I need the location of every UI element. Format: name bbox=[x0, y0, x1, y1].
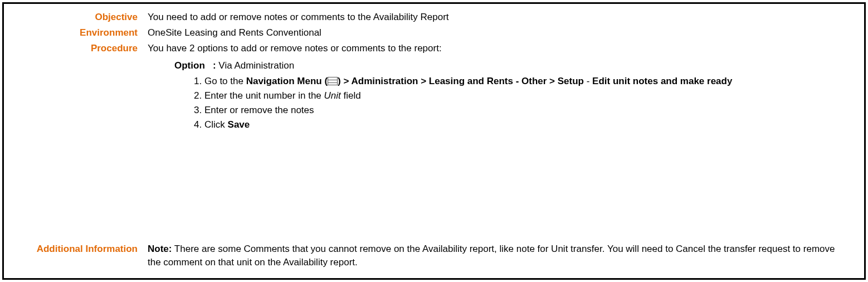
label-objective: Objective bbox=[15, 11, 148, 24]
step-1-nav3: Edit unit notes and make ready bbox=[592, 76, 732, 86]
document-frame: Objective You need to add or remove note… bbox=[2, 2, 866, 280]
hamburger-menu-icon bbox=[328, 77, 338, 85]
row-procedure: Procedure You have 2 options to add or r… bbox=[15, 42, 853, 133]
spacer bbox=[15, 134, 853, 242]
value-procedure: You have 2 options to add or remove note… bbox=[148, 42, 853, 133]
step-1-nav1: Navigation Menu ( bbox=[246, 76, 328, 86]
step-1-dash: - bbox=[584, 76, 592, 86]
step-3: Enter or remove the notes bbox=[204, 104, 847, 117]
option-heading: Option : Via Administration bbox=[174, 59, 847, 72]
option-title-text: Via Administration bbox=[218, 60, 294, 71]
step-1: Go to the Navigation Menu () > Administr… bbox=[204, 75, 847, 88]
label-additional-info: Additional Information bbox=[15, 242, 148, 256]
step-4: Click Save bbox=[204, 118, 847, 132]
row-additional-info: Additional Information Note: There are s… bbox=[15, 242, 853, 269]
step-4-btn: Save bbox=[228, 119, 250, 130]
value-environment: OneSite Leasing and Rents Conventional bbox=[148, 26, 853, 40]
option-steps: Go to the Navigation Menu () > Administr… bbox=[204, 75, 847, 131]
note-label: Note: bbox=[148, 244, 172, 254]
value-additional-info: Note: There are some Comments that you c… bbox=[148, 242, 853, 269]
label-procedure: Procedure bbox=[15, 42, 148, 55]
option-colon: : bbox=[213, 60, 216, 71]
option-block: Option : Via Administration Go to the Na… bbox=[174, 59, 847, 131]
step-2-pre: Enter the unit number in the bbox=[204, 90, 324, 101]
value-objective: You need to add or remove notes or comme… bbox=[148, 11, 853, 24]
row-environment: Environment OneSite Leasing and Rents Co… bbox=[15, 26, 853, 40]
note-text: There are some Comments that you cannot … bbox=[148, 244, 835, 268]
step-2: Enter the unit number in the Unit field bbox=[204, 89, 847, 103]
step-1-pre: Go to the bbox=[204, 76, 246, 86]
row-objective: Objective You need to add or remove note… bbox=[15, 11, 853, 24]
label-environment: Environment bbox=[15, 26, 148, 40]
procedure-intro: You have 2 options to add or remove note… bbox=[148, 43, 442, 54]
step-4-pre: Click bbox=[204, 119, 228, 130]
step-2-field: Unit bbox=[324, 90, 341, 101]
step-1-nav2: ) > Administration > Leasing and Rents -… bbox=[338, 76, 584, 86]
option-label-word: Option bbox=[174, 60, 205, 71]
step-2-post: field bbox=[341, 90, 361, 101]
